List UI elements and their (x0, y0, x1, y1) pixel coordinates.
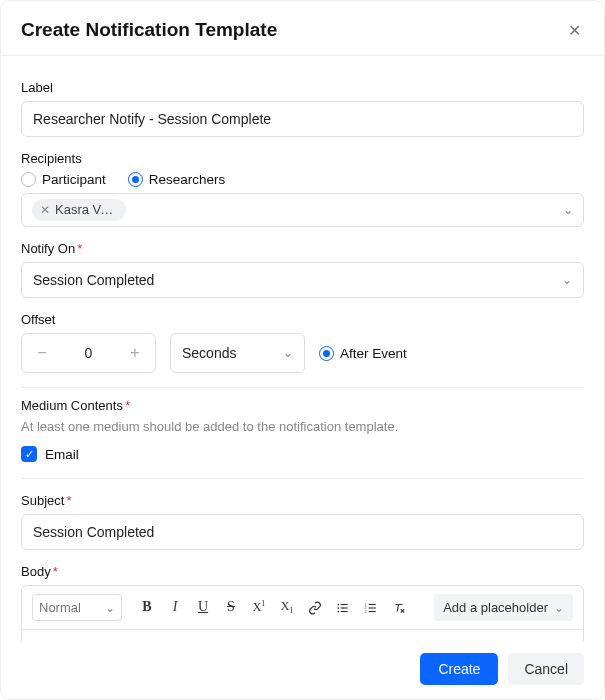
chevron-down-icon: ⌄ (554, 601, 564, 615)
medium-contents-field-label: Medium Contents* (21, 398, 584, 413)
modal-header: Create Notification Template ✕ (1, 1, 604, 55)
divider (21, 387, 584, 388)
label-field-label: Label (21, 80, 584, 95)
required-mark: * (66, 493, 71, 508)
create-button[interactable]: Create (420, 653, 498, 685)
body-field-label: Body* (21, 564, 584, 579)
plus-icon[interactable]: + (125, 344, 145, 362)
modal-footer: Create Cancel (1, 641, 604, 699)
radio-label: Participant (42, 172, 106, 187)
tag-remove-icon[interactable]: ✕ (40, 203, 50, 217)
recipients-tag-input[interactable]: ✕ Kasra Va… ⌄ (21, 193, 584, 227)
chevron-down-icon: ⌄ (105, 601, 115, 615)
link-icon[interactable] (304, 599, 326, 615)
svg-rect-5 (341, 611, 348, 612)
svg-rect-9 (369, 608, 376, 609)
chevron-down-icon: ⌄ (562, 273, 572, 287)
minus-icon[interactable]: − (32, 344, 52, 362)
offset-row: − 0 + Seconds ⌄ After Event (21, 333, 584, 373)
offset-unit-select[interactable]: Seconds ⌄ (170, 333, 305, 373)
close-icon[interactable]: ✕ (564, 21, 584, 40)
modal: Create Notification Template ✕ Label Rec… (0, 0, 605, 700)
editor-toolbar: Normal ⌄ B I U S X1 X1 (22, 586, 583, 630)
after-event-radio[interactable]: After Event (319, 346, 407, 361)
modal-body: Label Recipients Participant Researchers… (1, 56, 604, 641)
svg-rect-3 (341, 608, 348, 609)
recipient-participant-radio[interactable]: Participant (21, 172, 106, 187)
bullet-list-icon[interactable] (332, 599, 354, 615)
required-mark: * (77, 241, 82, 256)
subscript-icon[interactable]: X1 (276, 599, 298, 615)
notify-on-select[interactable]: Session Completed ⌄ (21, 262, 584, 298)
svg-point-2 (337, 607, 339, 609)
recipients-field-label: Recipients (21, 151, 584, 166)
superscript-icon[interactable]: X1 (248, 599, 270, 615)
bold-icon[interactable]: B (136, 599, 158, 615)
numbered-list-icon[interactable]: 123 (360, 599, 382, 615)
svg-point-0 (337, 604, 339, 606)
svg-rect-7 (369, 604, 376, 605)
required-mark: * (125, 398, 130, 413)
svg-rect-1 (341, 604, 348, 605)
format-select[interactable]: Normal ⌄ (32, 594, 122, 621)
medium-hint: At least one medium should be added to t… (21, 419, 584, 434)
select-value: Session Completed (33, 272, 154, 288)
add-placeholder-select[interactable]: Add a placeholder ⌄ (434, 594, 573, 621)
modal-title: Create Notification Template (21, 19, 277, 41)
select-value: Seconds (182, 345, 236, 361)
label-input[interactable] (21, 101, 584, 137)
italic-icon[interactable]: I (164, 599, 186, 615)
body-textarea[interactable]: A participant has just completed a sessi… (22, 630, 583, 641)
underline-icon[interactable]: U (192, 599, 214, 615)
checkbox-checked-icon: ✓ (21, 446, 37, 462)
checkbox-label: Email (45, 447, 79, 462)
subject-input[interactable] (21, 514, 584, 550)
strikethrough-icon[interactable]: S (220, 599, 242, 615)
radio-label: After Event (340, 346, 407, 361)
offset-field-label: Offset (21, 312, 584, 327)
radio-icon (21, 172, 36, 187)
cancel-button[interactable]: Cancel (508, 653, 584, 685)
clear-format-icon[interactable] (388, 599, 410, 615)
tag-label: Kasra Va… (55, 202, 115, 217)
svg-text:3: 3 (365, 609, 367, 614)
required-mark: * (53, 564, 58, 579)
divider (21, 478, 584, 479)
offset-stepper[interactable]: − 0 + (21, 333, 156, 373)
chevron-down-icon: ⌄ (283, 346, 293, 360)
toolbar-group: B I U S X1 X1 123 (136, 599, 410, 615)
radio-icon (128, 172, 143, 187)
svg-rect-11 (369, 611, 376, 612)
offset-value: 0 (85, 345, 93, 361)
subject-field-label: Subject* (21, 493, 584, 508)
body-editor: Normal ⌄ B I U S X1 X1 (21, 585, 584, 641)
recipients-radio-row: Participant Researchers (21, 172, 584, 187)
svg-point-4 (337, 611, 339, 613)
radio-label: Researchers (149, 172, 226, 187)
radio-icon (319, 346, 334, 361)
chevron-down-icon: ⌄ (563, 203, 573, 217)
recipient-tag: ✕ Kasra Va… (32, 199, 126, 221)
recipient-researchers-radio[interactable]: Researchers (128, 172, 226, 187)
notify-on-field-label: Notify On* (21, 241, 584, 256)
email-checkbox-row[interactable]: ✓ Email (21, 446, 79, 462)
